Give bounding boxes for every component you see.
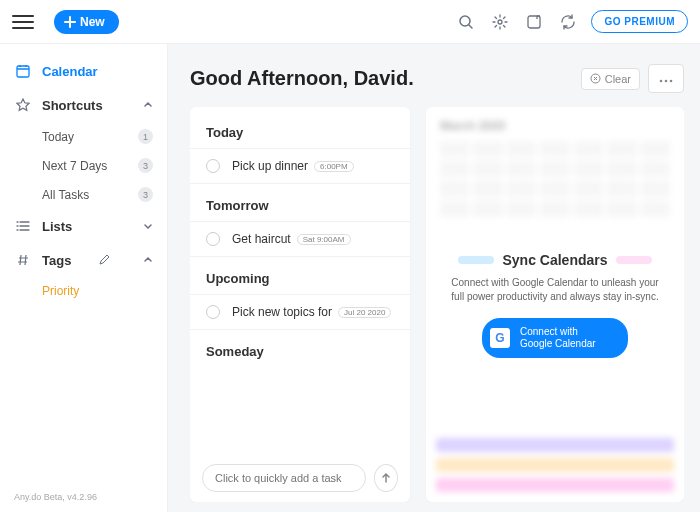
count-badge: 1 <box>138 129 153 144</box>
sidebar-item-label: Calendar <box>42 64 98 79</box>
count-badge: 3 <box>138 187 153 202</box>
task-row[interactable]: Get haircut Sat 9:00AM <box>190 221 410 257</box>
sidebar-item-today[interactable]: Today 1 <box>0 122 167 151</box>
clear-button[interactable]: Clear <box>581 68 640 90</box>
task-text: Pick new topics for <box>232 305 332 319</box>
sidebar-footer: Any.do Beta, v4.2.96 <box>0 482 167 512</box>
sidebar-item-label: Shortcuts <box>42 98 103 113</box>
task-text: Pick up dinner <box>232 159 308 173</box>
google-icon: G <box>490 328 510 348</box>
star-icon <box>14 96 32 114</box>
section-today: Today <box>190 121 410 148</box>
plus-icon <box>64 16 76 28</box>
sidebar-item-next7days[interactable]: Next 7 Days 3 <box>0 151 167 180</box>
task-row[interactable]: Pick up dinner 6:00PM <box>190 148 410 184</box>
chevron-up-icon <box>143 98 153 113</box>
search-icon[interactable] <box>451 7 481 37</box>
task-time-badge: Jul 20 2020 <box>338 307 391 318</box>
sync-overlay: Sync Calendars Connect with Google Calen… <box>426 107 684 502</box>
task-checkbox[interactable] <box>206 305 220 319</box>
go-premium-button[interactable]: GO PREMIUM <box>591 10 688 33</box>
task-checkbox[interactable] <box>206 159 220 173</box>
hash-icon <box>14 251 32 269</box>
sidebar-item-tags[interactable]: Tags <box>0 243 167 277</box>
new-button[interactable]: New <box>54 10 119 34</box>
svg-rect-2 <box>528 16 540 28</box>
sidebar-item-alltasks[interactable]: All Tasks 3 <box>0 180 167 209</box>
topbar: New GO PREMIUM <box>0 0 700 44</box>
submit-task-button[interactable] <box>374 464 398 492</box>
sidebar-item-label: Lists <box>42 219 72 234</box>
more-icon <box>659 79 673 83</box>
menu-icon[interactable] <box>12 11 34 33</box>
clear-icon <box>590 73 601 84</box>
connect-google-calendar-button[interactable]: G Connect with Google Calendar <box>482 318 628 358</box>
gear-icon[interactable] <box>485 7 515 37</box>
sidebar: Calendar Shortcuts Today 1 Next 7 Days 3… <box>0 44 168 512</box>
task-checkbox[interactable] <box>206 232 220 246</box>
section-tomorrow: Tomorrow <box>190 194 410 221</box>
sidebar-item-label: Next 7 Days <box>42 159 107 173</box>
calendar-icon <box>14 62 32 80</box>
svg-point-6 <box>665 80 668 83</box>
task-row[interactable]: Pick new topics for Jul 20 2020 <box>190 294 410 330</box>
list-icon <box>14 217 32 235</box>
sidebar-item-calendar[interactable]: Calendar <box>0 54 167 88</box>
task-time-badge: Sat 9:00AM <box>297 234 351 245</box>
add-task-input[interactable] <box>202 464 366 492</box>
page-title: Good Afternoon, David. <box>190 67 414 90</box>
pencil-icon[interactable] <box>99 253 110 268</box>
sync-description: Connect with Google Calendar to unleash … <box>446 276 664 304</box>
section-upcoming: Upcoming <box>190 267 410 294</box>
refresh-icon[interactable] <box>553 7 583 37</box>
sidebar-item-label: All Tasks <box>42 188 89 202</box>
sidebar-item-label: Tags <box>42 253 71 268</box>
svg-point-7 <box>670 80 673 83</box>
svg-point-1 <box>498 20 502 24</box>
sidebar-item-lists[interactable]: Lists <box>0 209 167 243</box>
chevron-down-icon <box>143 219 153 234</box>
sidebar-item-shortcuts[interactable]: Shortcuts <box>0 88 167 122</box>
chevron-up-icon <box>143 253 153 268</box>
svg-point-5 <box>660 80 663 83</box>
task-text: Get haircut <box>232 232 291 246</box>
sidebar-item-label: Today <box>42 130 74 144</box>
new-button-label: New <box>80 15 105 29</box>
count-badge: 3 <box>138 158 153 173</box>
tasks-card: Today Pick up dinner 6:00PM Tomorrow Get… <box>190 107 410 502</box>
more-button[interactable] <box>648 64 684 93</box>
calendar-card: March 2020 Sync Calendars C <box>426 107 684 502</box>
sync-title: Sync Calendars <box>502 252 607 268</box>
task-time-badge: 6:00PM <box>314 161 354 172</box>
section-someday: Someday <box>190 340 410 367</box>
main: Good Afternoon, David. Clear Today Pick … <box>168 44 700 512</box>
arrow-up-icon <box>380 472 392 484</box>
clear-button-label: Clear <box>605 73 631 85</box>
svg-rect-3 <box>17 66 29 77</box>
connect-button-label: Connect with Google Calendar <box>520 326 610 350</box>
note-icon[interactable] <box>519 7 549 37</box>
sidebar-tag-priority[interactable]: Priority <box>0 277 167 305</box>
